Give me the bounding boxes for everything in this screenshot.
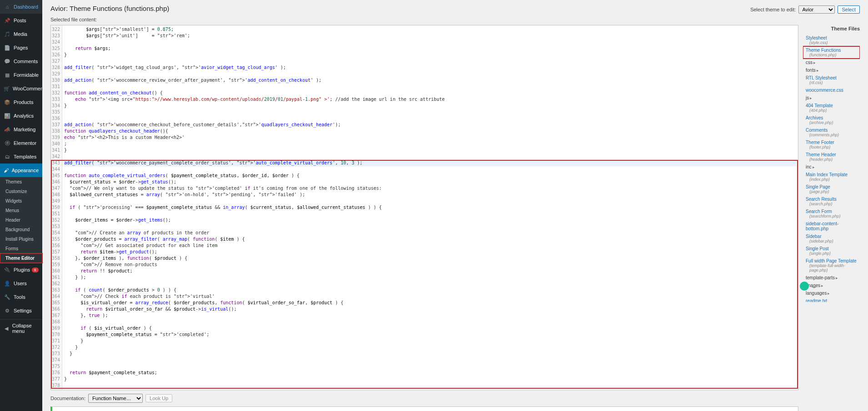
tree-link[interactable]: Sidebar: [806, 234, 859, 239]
tree-item[interactable]: sidebar-content-bottom.php: [803, 220, 860, 233]
tree-link[interactable]: Theme Header: [806, 152, 859, 157]
menu-item-dashboard[interactable]: ⌂Dashboard: [0, 0, 42, 14]
editor-code[interactable]: $args["str">'smallest'] = 0.875; $args["…: [62, 25, 798, 390]
grammarly-chevron-icon[interactable]: ﹀: [812, 284, 817, 292]
tree-link[interactable]: Search Results: [806, 197, 859, 202]
tree-item[interactable]: Archives(archive.php): [803, 114, 860, 126]
tree-item[interactable]: woocommerce.css: [803, 86, 860, 94]
submenu-item-forms[interactable]: Forms: [0, 244, 42, 253]
tree-item[interactable]: readme.txt: [803, 297, 860, 302]
tree-item[interactable]: RTL Stylesheet(rtl.css): [803, 74, 860, 86]
tree-link[interactable]: Full width Page Template: [806, 258, 859, 263]
menu-item-marketing[interactable]: 📣Marketing: [0, 123, 42, 136]
submenu-item-customize[interactable]: Customize: [0, 187, 42, 196]
submenu-item-install-plugins[interactable]: Install Plugins: [0, 234, 42, 244]
tree-item[interactable]: Sidebar(sidebar.php): [803, 233, 860, 245]
tree-sub: (rtl.css): [806, 80, 859, 85]
menu-label: Pages: [14, 45, 28, 50]
tree-sub: (page.php): [806, 189, 859, 194]
tree-link[interactable]: Comments: [806, 128, 859, 133]
menu-item-media[interactable]: 🎵Media: [0, 27, 42, 41]
pin-icon: 📌: [4, 17, 11, 24]
tree-sub: (functions.php): [806, 53, 859, 57]
menu-item-products[interactable]: 📦Products: [0, 95, 42, 109]
theme-select[interactable]: Avior: [798, 5, 835, 14]
tree-link[interactable]: RTL Stylesheet: [806, 75, 859, 80]
menu-item-templates[interactable]: 🗂Templates: [0, 150, 42, 163]
tree-link[interactable]: Stylesheet: [806, 35, 859, 40]
theme-files-list[interactable]: ︿ Stylesheet(style.css)Theme Functions(f…: [803, 34, 860, 302]
tree-link[interactable]: Search Form: [806, 209, 859, 214]
tree-link[interactable]: Archives: [806, 115, 859, 120]
menu-item-elementor[interactable]: ⓔElementor: [0, 136, 42, 150]
submenu-item-header[interactable]: Header: [0, 215, 42, 225]
tree-link[interactable]: 404 Template: [806, 103, 859, 108]
menu-label: Settings: [14, 308, 32, 313]
tree-item[interactable]: Theme Functions(functions.php): [803, 46, 860, 59]
theme-selector-bar: Select theme to edit: Avior Select: [750, 5, 860, 14]
scroll-up-icon[interactable]: ︿: [803, 34, 804, 40]
tree-link[interactable]: Theme Functions: [806, 48, 859, 53]
submenu-item-menus[interactable]: Menus: [0, 206, 42, 215]
theme-files-title: Theme Files: [803, 25, 860, 34]
grammarly-badge-icon[interactable]: [800, 282, 809, 291]
menu-label: Media: [14, 31, 27, 37]
tree-item[interactable]: Theme Header(header.php): [803, 151, 860, 163]
tools-icon: 🔧: [4, 293, 11, 301]
media-icon: 🎵: [4, 30, 11, 38]
tree-folder-inc[interactable]: inc▸: [803, 163, 860, 171]
submenu-item-widgets[interactable]: Widgets: [0, 196, 42, 206]
tree-folder-fonts[interactable]: fonts▸: [803, 66, 860, 74]
code-editor[interactable]: 3223233243253263273283293303313323333343…: [50, 25, 798, 390]
tree-link[interactable]: readme.txt: [806, 298, 859, 302]
tree-item[interactable]: Single Post(single.php): [803, 245, 860, 257]
menu-item-plugins[interactable]: 🔌Plugins6: [0, 263, 42, 277]
tree-item[interactable]: Single Page(page.php): [803, 183, 860, 195]
select-theme-button[interactable]: Select: [838, 5, 860, 14]
submenu-item-theme-editor[interactable]: Theme Editor: [0, 253, 42, 263]
tree-link[interactable]: Theme Footer: [806, 140, 859, 145]
menu-item-settings[interactable]: ⚙Settings: [0, 304, 42, 317]
menu-label: Marketing: [14, 127, 35, 132]
menu-item-pages[interactable]: 📄Pages: [0, 41, 42, 54]
selected-file-label: Selected file content:: [50, 17, 860, 22]
woo-icon: 🛒: [4, 85, 10, 92]
tree-item[interactable]: Search Form(searchform.php): [803, 208, 860, 220]
lookup-button[interactable]: Look Up: [146, 394, 172, 402]
tree-item[interactable]: Search Results(search.php): [803, 195, 860, 208]
tree-item[interactable]: 404 Template(404.php): [803, 102, 860, 114]
tree-link[interactable]: Single Page: [806, 184, 859, 189]
docs-label: Documentation:: [50, 396, 85, 401]
menu-item-comments[interactable]: 💬Comments: [0, 54, 42, 68]
tree-link[interactable]: woocommerce.css: [806, 88, 859, 93]
menu-item-appearance[interactable]: 🖌Appearance: [0, 163, 42, 177]
docs-select[interactable]: Function Name…: [88, 394, 143, 403]
tree-folder-template-parts[interactable]: template-parts▸: [803, 274, 860, 282]
collapse-menu[interactable]: ◀ Collapse menu: [0, 319, 42, 337]
menu-item-users[interactable]: 👤Users: [0, 277, 42, 290]
tree-item[interactable]: Full width Page Template(template-full-w…: [803, 257, 860, 274]
tree-item[interactable]: Main Index Template(index.php): [803, 171, 860, 183]
tree-item[interactable]: Comments(comments.php): [803, 126, 860, 139]
users-icon: 👤: [4, 280, 11, 287]
tree-item[interactable]: Theme Footer(footer.php): [803, 139, 860, 151]
tree-item[interactable]: Stylesheet(style.css): [803, 34, 860, 46]
submenu-item-themes[interactable]: Themes: [0, 177, 42, 187]
comments-icon: 💬: [4, 58, 11, 65]
tree-folder-js[interactable]: js▸: [803, 94, 860, 102]
tree-link[interactable]: sidebar-content-bottom.php: [806, 221, 859, 231]
tree-sub: (search.php): [806, 202, 859, 206]
menu-item-posts[interactable]: 📌Posts: [0, 14, 42, 27]
plugins-icon: 🔌: [4, 266, 11, 273]
submenu-item-background[interactable]: Background: [0, 225, 42, 234]
menu-label: Products: [14, 99, 33, 105]
menu-item-formidable[interactable]: ▦Formidable: [0, 68, 42, 82]
tree-folder-css[interactable]: css▸: [803, 59, 860, 66]
menu-item-tools[interactable]: 🔧Tools: [0, 290, 42, 304]
chevron-right-icon: ▸: [817, 68, 819, 73]
tree-sub: (sidebar.php): [806, 239, 859, 243]
tree-link[interactable]: Main Index Template: [806, 172, 859, 177]
menu-item-analytics[interactable]: 📊Analytics: [0, 109, 42, 123]
tree-link[interactable]: Single Post: [806, 246, 859, 251]
menu-item-woocommerce[interactable]: 🛒WooCommerce: [0, 82, 42, 95]
